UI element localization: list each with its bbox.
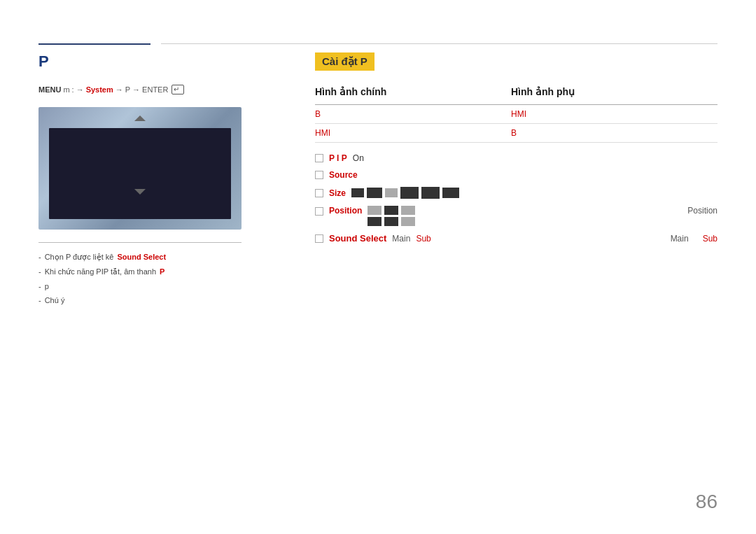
size-row: Size <box>315 183 718 202</box>
data-row-1: B HMI <box>315 105 718 124</box>
row1-sub: HMI <box>511 109 718 119</box>
enter-label: ENTER <box>142 85 168 94</box>
sound-select-row: Sound Select Main Sub Main Sub <box>315 230 718 247</box>
bullet-3: p <box>38 282 298 290</box>
pos-icon-br <box>401 217 415 226</box>
col-sub-header: Hình ảnh phụ <box>511 86 718 97</box>
page-number: 86 <box>696 491 718 513</box>
size-checkbox[interactable] <box>315 189 323 197</box>
columns-header: Hình ảnh chính Hình ảnh phụ <box>315 86 718 105</box>
position-row: Position Position <box>315 202 718 230</box>
col-main-header: Hình ảnh chính <box>315 86 511 97</box>
right-section: Cài đặt P Hình ảnh chính Hình ảnh phụ B … <box>315 52 718 247</box>
row1-main: B <box>315 109 511 119</box>
tv-screen <box>49 128 231 219</box>
source-label: Source <box>329 170 358 180</box>
cai-dat-badge: Cài đặt P <box>315 52 374 71</box>
position-label: Position <box>329 206 362 216</box>
source-checkbox[interactable] <box>315 171 323 179</box>
size-icon-4 <box>400 187 419 199</box>
pip-checkbox[interactable] <box>315 154 323 162</box>
position-icons <box>368 206 415 226</box>
bullet-list: Chọn P được liệt kê Sound Select Khi chứ… <box>38 253 298 304</box>
sound-right-sub: Sub <box>703 234 718 244</box>
sound-main-text: Main <box>392 234 410 244</box>
size-icon-3 <box>385 188 398 197</box>
pos-row-1 <box>368 206 415 215</box>
sound-right-labels: Main Sub <box>671 234 718 244</box>
tv-preview <box>38 107 241 230</box>
pos-row-2 <box>368 217 415 226</box>
left-divider <box>38 242 241 243</box>
page-container: P MENU m : → System → P → ENTER Chọn P đ… <box>0 0 756 534</box>
menu-path: MENU m : → System → P → ENTER <box>38 85 298 94</box>
sound-checkbox[interactable] <box>315 234 323 243</box>
left-section: P MENU m : → System → P → ENTER Chọn P đ… <box>38 52 298 310</box>
pos-icon-tr <box>401 206 415 215</box>
pos-icon-bl <box>368 217 382 226</box>
bullet-1: Chọn P được liệt kê Sound Select <box>38 253 298 262</box>
pos-icon-tl <box>368 206 382 215</box>
arrow1: : <box>72 85 74 94</box>
sound-sub-text: Sub <box>416 234 430 244</box>
row2-sub: B <box>511 128 718 138</box>
source-row: Source <box>315 167 718 183</box>
size-icon-6 <box>442 188 459 198</box>
size-label: Size <box>329 188 346 198</box>
section-title: P <box>38 52 298 71</box>
bullet-4: Chú ý <box>38 296 298 304</box>
size-icon-5 <box>421 187 440 199</box>
row2-main: HMI <box>315 128 511 138</box>
chevron-up-icon <box>134 115 146 121</box>
bullet-2: Khi chức năng PIP tắt, âm thanh P <box>38 267 298 276</box>
enter-icon <box>172 85 184 94</box>
arrow-sym1: → <box>76 85 84 94</box>
pos-icon-bc <box>384 217 398 226</box>
pos-icon-tc <box>384 206 398 215</box>
pip-label: P I P <box>329 153 347 163</box>
menu-m: m <box>63 85 69 94</box>
size-icons <box>351 187 459 199</box>
size-icon-1 <box>351 188 364 197</box>
top-line-left <box>38 43 150 45</box>
menu-label: MENU <box>38 85 61 94</box>
data-row-2: HMI B <box>315 124 718 143</box>
pip-on-row: P I P On <box>315 150 718 167</box>
position-right-label: Position <box>687 206 718 216</box>
sound-right-main: Main <box>671 234 689 244</box>
chevron-down-icon <box>134 189 146 195</box>
top-line-right <box>161 43 718 44</box>
position-checkbox[interactable] <box>315 207 323 216</box>
system-label: System <box>86 85 113 94</box>
arrow-sym2: → <box>115 85 123 94</box>
options-section: P I P On Source Size <box>315 150 718 247</box>
sound-label: Sound Select <box>329 233 386 244</box>
arrow-sym3: → <box>132 85 140 94</box>
p-label: P <box>125 85 130 94</box>
pip-value: On <box>353 153 364 163</box>
size-icon-2 <box>367 188 382 198</box>
